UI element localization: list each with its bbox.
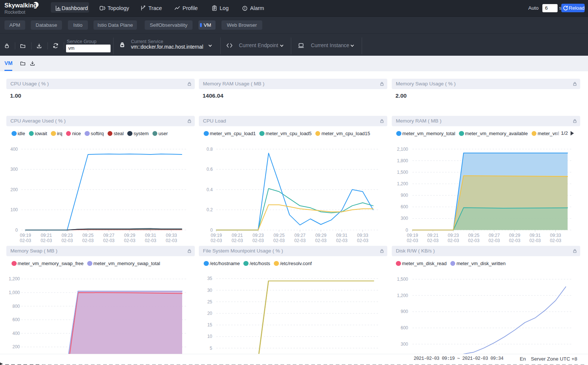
svg-text:02-03: 02-03: [407, 238, 418, 243]
svg-text:1,500: 1,500: [397, 170, 408, 175]
svg-text:09:31: 09:31: [336, 233, 347, 238]
svg-text:02-03: 02-03: [489, 238, 500, 243]
svg-text:02-03: 02-03: [550, 238, 561, 243]
svg-text:02-03: 02-03: [103, 238, 115, 243]
svg-text:400: 400: [10, 147, 18, 152]
svg-text:09:21: 09:21: [427, 233, 438, 238]
svg-text:100: 100: [10, 207, 18, 212]
svg-text:0: 0: [405, 228, 408, 233]
svg-text:09:31: 09:31: [145, 233, 156, 238]
svg-text:1,500: 1,500: [397, 277, 408, 282]
svg-text:02-03: 02-03: [62, 238, 73, 243]
svg-text:02-03: 02-03: [509, 238, 520, 243]
svg-text:02-03: 02-03: [40, 238, 52, 243]
svg-text:09:25: 09:25: [468, 233, 479, 238]
svg-text:02-03: 02-03: [336, 238, 348, 243]
svg-text:25: 25: [207, 299, 213, 304]
svg-text:02-03: 02-03: [294, 238, 306, 243]
svg-text:09:23: 09:23: [62, 233, 73, 238]
svg-text:09:27: 09:27: [489, 233, 500, 238]
svg-text:02-03: 02-03: [82, 238, 94, 243]
svg-text:02-03: 02-03: [529, 238, 541, 243]
svg-text:0: 0: [15, 228, 18, 233]
svg-text:02-03: 02-03: [357, 238, 368, 243]
svg-text:02-03: 02-03: [20, 238, 31, 243]
svg-text:02-03: 02-03: [273, 238, 285, 243]
svg-text:02-03: 02-03: [124, 238, 135, 243]
svg-text:800: 800: [12, 304, 20, 309]
svg-text:400: 400: [12, 331, 20, 336]
svg-text:0: 0: [210, 228, 213, 233]
svg-text:0.2: 0.2: [207, 207, 213, 212]
svg-text:09:33: 09:33: [550, 233, 561, 238]
svg-text:200: 200: [10, 187, 18, 192]
svg-text:1,200: 1,200: [397, 181, 408, 186]
svg-text:600: 600: [401, 325, 408, 330]
svg-text:1,200: 1,200: [9, 276, 20, 281]
svg-text:09:31: 09:31: [529, 233, 541, 238]
svg-text:600: 600: [12, 317, 20, 322]
svg-text:5: 5: [210, 346, 212, 351]
svg-text:2,100: 2,100: [397, 147, 408, 152]
svg-text:02-03: 02-03: [252, 238, 264, 243]
svg-text:02-03: 02-03: [231, 238, 243, 243]
svg-text:30: 30: [207, 288, 213, 293]
svg-text:09:19: 09:19: [211, 233, 222, 238]
svg-text:0.4: 0.4: [207, 187, 213, 192]
svg-text:20: 20: [207, 311, 213, 316]
svg-text:0.6: 0.6: [207, 167, 213, 172]
svg-text:09:21: 09:21: [231, 233, 243, 238]
svg-text:09:19: 09:19: [407, 233, 418, 238]
svg-text:300: 300: [401, 342, 408, 347]
svg-text:35: 35: [207, 276, 213, 281]
svg-text:600: 600: [401, 204, 408, 209]
svg-text:09:19: 09:19: [20, 233, 31, 238]
svg-text:02-03: 02-03: [211, 238, 222, 243]
svg-text:09:25: 09:25: [82, 233, 93, 238]
svg-text:0.8: 0.8: [207, 147, 213, 152]
svg-text:1,800: 1,800: [397, 158, 408, 163]
svg-text:09:27: 09:27: [294, 233, 305, 238]
svg-text:15: 15: [207, 322, 213, 327]
svg-text:900: 900: [401, 309, 408, 314]
svg-text:02-03: 02-03: [145, 238, 156, 243]
svg-text:02-03: 02-03: [448, 238, 459, 243]
svg-text:02-03: 02-03: [166, 238, 177, 243]
svg-text:09:29: 09:29: [124, 233, 135, 238]
svg-text:1,000: 1,000: [9, 290, 20, 295]
svg-text:02-03: 02-03: [427, 238, 439, 243]
svg-text:200: 200: [12, 344, 20, 349]
svg-text:10: 10: [207, 334, 213, 339]
svg-text:09:29: 09:29: [509, 233, 520, 238]
svg-text:02-03: 02-03: [315, 238, 327, 243]
svg-text:09:23: 09:23: [253, 233, 264, 238]
svg-text:09:33: 09:33: [357, 233, 368, 238]
svg-text:02-03: 02-03: [468, 238, 480, 243]
svg-text:300: 300: [401, 216, 408, 221]
svg-text:09:27: 09:27: [103, 233, 114, 238]
svg-text:09:23: 09:23: [448, 233, 459, 238]
svg-text:09:33: 09:33: [166, 233, 177, 238]
svg-text:300: 300: [10, 167, 18, 172]
svg-text:1,200: 1,200: [397, 293, 408, 298]
svg-text:09:25: 09:25: [273, 233, 285, 238]
svg-text:09:29: 09:29: [315, 233, 326, 238]
svg-text:09:21: 09:21: [41, 233, 52, 238]
svg-text:900: 900: [401, 193, 408, 198]
